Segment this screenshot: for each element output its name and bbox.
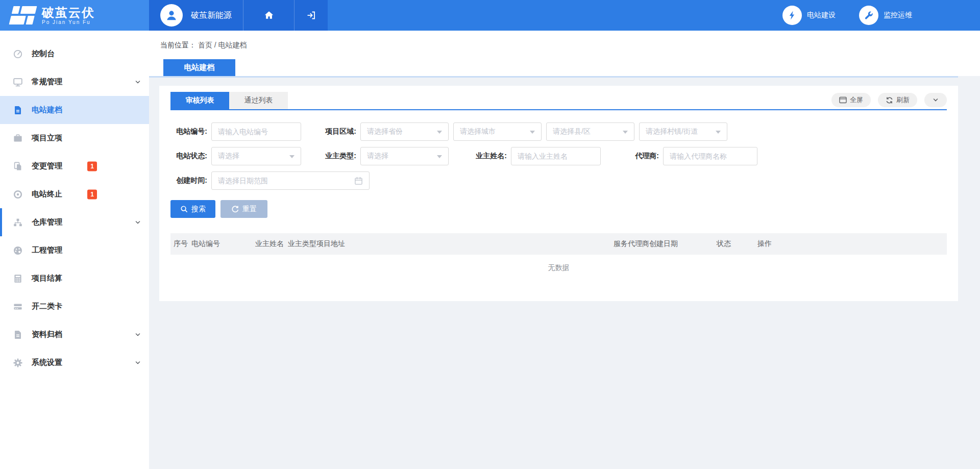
avatar [160, 4, 183, 27]
refresh-icon [886, 96, 893, 104]
search-button[interactable]: 搜索 [170, 200, 215, 218]
card-icon [13, 302, 23, 312]
caret-down-icon [623, 131, 628, 136]
chevron-down-icon [135, 79, 141, 85]
date-range-input[interactable] [218, 177, 354, 185]
sidebar-item-console[interactable]: 控制台 [0, 40, 149, 68]
logout-button[interactable] [294, 0, 328, 31]
station-no-input[interactable] [211, 122, 301, 141]
refresh-label: 刷新 [896, 95, 910, 105]
station-status-value: 请选择 [218, 152, 239, 161]
sidebar-item-label: 项目结算 [32, 274, 62, 283]
col-status: 状态 [717, 239, 757, 249]
date-range-picker[interactable] [211, 171, 370, 190]
sidebar-item-label: 电站终止 [32, 189, 62, 199]
logout-icon [306, 10, 317, 21]
col-actions: 操作 [757, 239, 947, 249]
user-icon [165, 9, 178, 22]
top-header: 破茧云伏 Po Jian Yun Fu 破茧新能源 电站建设 [0, 0, 980, 31]
fullscreen-button[interactable]: 全屏 [831, 93, 871, 107]
sidebar-item-general-management[interactable]: 常规管理 [0, 68, 149, 96]
town-select-value: 请选择村镇/街道 [646, 127, 698, 136]
sidebar-item-label: 开二类卡 [32, 302, 62, 311]
sidebar-item-station-termination[interactable]: 电站终止 1 [0, 180, 149, 208]
reset-button[interactable]: 重置 [220, 200, 267, 218]
account-button[interactable]: 破茧新能源 [149, 0, 243, 31]
col-index: 序号 [174, 239, 191, 249]
sidebar-item-station-filing[interactable]: 电站建档 [0, 96, 149, 124]
breadcrumb-strip: 当前位置： 首页 / 电站建档 电站建档 [149, 31, 980, 76]
table-header: 序号 电站编号 业主姓名 业主类型 项目地址 服务代理商 创建日期 状态 操作 [170, 233, 947, 255]
province-select[interactable]: 请选择省份 [360, 122, 449, 141]
city-select-value: 请选择城市 [460, 127, 496, 136]
page-tab-station-filing[interactable]: 电站建档 [163, 59, 235, 76]
agent-input[interactable] [663, 147, 757, 165]
sidebar-item-data-archive[interactable]: 资料归档 [0, 320, 149, 349]
tab-review-list[interactable]: 审核列表 [170, 92, 229, 109]
calendar-icon [354, 177, 363, 185]
sidebar-item-label: 项目立项 [32, 133, 62, 143]
reset-label: 重置 [242, 205, 257, 214]
sidebar-item-change-management[interactable]: 变更管理 1 [0, 152, 149, 180]
calculator-icon [13, 274, 23, 284]
filter-row-3: 创建时间: [170, 171, 947, 190]
col-station-no: 电站编号 [191, 239, 255, 249]
copy-icon [13, 161, 23, 171]
nav-label: 监控运维 [884, 11, 912, 20]
district-select-value: 请选择县/区 [553, 127, 591, 136]
refresh-button[interactable]: 刷新 [878, 93, 917, 107]
briefcase-icon [13, 133, 23, 143]
tab-approved-list[interactable]: 通过列表 [229, 92, 288, 109]
nav-label: 电站建设 [807, 11, 836, 20]
sidebar-item-engineering-management[interactable]: 工程管理 [0, 236, 149, 264]
sidebar-item-label: 变更管理 [32, 161, 62, 171]
palette-icon [13, 245, 23, 256]
content-panel: 审核列表 通过列表 全屏 刷新 [159, 86, 958, 301]
city-select[interactable]: 请选择城市 [453, 122, 542, 141]
sidebar-item-label: 常规管理 [32, 77, 62, 87]
caret-down-icon [289, 155, 295, 161]
active-section-marker [0, 208, 2, 236]
sidebar: 控制台 常规管理 电站建档 项目立项 变更管理 1 电站终止 1 仓库管 [0, 31, 149, 469]
brand-name: 破茧云伏 [42, 6, 95, 19]
collapse-button[interactable] [924, 93, 947, 107]
region-label: 项目区域: [320, 127, 356, 136]
caret-down-icon [530, 131, 535, 136]
archive-icon [13, 330, 23, 340]
sidebar-item-project-initiation[interactable]: 项目立项 [0, 124, 149, 152]
sidebar-item-label: 仓库管理 [32, 217, 62, 227]
brand-logo-icon [9, 6, 37, 24]
filter-row-2: 电站状态: 请选择 业主类型: 请选择 业主姓名: 代理商: [170, 147, 947, 165]
district-select[interactable]: 请选择县/区 [546, 122, 634, 141]
reset-icon [231, 205, 239, 213]
breadcrumb-prefix: 当前位置： [160, 41, 196, 49]
nav-monitoring-ops[interactable]: 监控运维 [859, 6, 912, 25]
sidebar-item-label: 资料归档 [32, 330, 62, 339]
town-select[interactable]: 请选择村镇/街道 [639, 122, 727, 141]
gear-icon [13, 358, 23, 368]
main-content: 当前位置： 首页 / 电站建档 电站建档 审核列表 通过列表 全屏 [149, 31, 980, 469]
station-status-label: 电站状态: [170, 152, 207, 161]
station-status-select[interactable]: 请选择 [211, 147, 301, 165]
sitemap-icon [13, 217, 23, 228]
sidebar-item-label: 电站建档 [32, 105, 62, 115]
empty-table-message: 无数据 [170, 255, 947, 276]
panel-tabs: 审核列表 通过列表 [170, 92, 288, 109]
province-select-value: 请选择省份 [367, 127, 403, 136]
col-owner-name: 业主姓名 [255, 239, 288, 249]
sidebar-item-warehouse-management[interactable]: 仓库管理 [0, 208, 149, 236]
chevron-down-icon [135, 219, 141, 226]
sidebar-item-open-class2-card[interactable]: 开二类卡 [0, 292, 149, 320]
breadcrumb-path: 首页 / 电站建档 [198, 41, 247, 49]
brand-tagline: Po Jian Yun Fu [42, 19, 95, 25]
sidebar-item-system-settings[interactable]: 系统设置 [0, 349, 149, 377]
monitor-icon [13, 77, 23, 87]
owner-name-input[interactable] [511, 147, 601, 165]
owner-type-label: 业主类型: [320, 152, 356, 161]
header-spacer [328, 0, 782, 31]
nav-station-construction[interactable]: 电站建设 [782, 6, 836, 25]
sidebar-item-project-settlement[interactable]: 项目结算 [0, 264, 149, 292]
company-name: 破茧新能源 [191, 10, 232, 21]
owner-type-select[interactable]: 请选择 [360, 147, 449, 165]
home-button[interactable] [243, 0, 294, 31]
